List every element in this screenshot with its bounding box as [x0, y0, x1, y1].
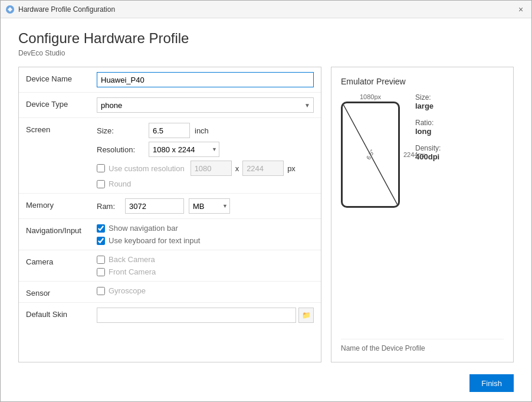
default-skin-row: Default Skin 📁 — [19, 303, 321, 328]
gyroscope-label: Gyroscope — [109, 286, 146, 295]
close-button[interactable]: × — [515, 4, 527, 15]
device-type-select-wrapper: phone tablet tv wearable ▼ — [97, 97, 314, 113]
px-label-top: 1080px — [360, 93, 381, 100]
use-keyboard-label: Use keyboard for text input — [109, 236, 200, 245]
phone-diagram: 1080px 6.5" 2244px — [341, 93, 400, 332]
show-nav-bar-row: Show navigation bar — [97, 224, 314, 233]
back-camera-label: Back Camera — [109, 255, 155, 264]
screen-row: Screen Size: inch Resolution: 1080 x 224… — [19, 118, 321, 194]
custom-resolution-row: Use custom resolution x px — [97, 161, 314, 176]
spec-ratio: Ratio: long — [415, 119, 441, 136]
custom-res-h-input[interactable] — [242, 161, 284, 176]
preview-body: 1080px 6.5" 2244px — [341, 93, 504, 332]
custom-resolution-label: Use custom resolution — [109, 164, 185, 173]
title-bar: Hardware Profile Configuration × — [1, 1, 531, 18]
page-title: Configure Hardware Profile — [18, 30, 514, 47]
spec-size-value: large — [415, 102, 441, 110]
device-type-control: phone tablet tv wearable ▼ — [97, 97, 314, 113]
preview-title: Emulator Preview — [341, 77, 504, 86]
device-name-control — [97, 72, 314, 87]
ram-label: Ram: — [97, 202, 120, 211]
memory-row: Memory Ram: MB GB ▼ — [19, 194, 321, 219]
preview-panel: Emulator Preview 1080px 6.5" 2244px — [331, 67, 514, 362]
use-keyboard-checkbox[interactable] — [97, 237, 105, 245]
phone-frame-wrapper: 6.5" 2244px — [341, 102, 400, 208]
main-content: Configure Hardware Profile DevEco Studio… — [1, 18, 531, 368]
default-skin-input[interactable] — [97, 308, 296, 323]
spec-size: Size: large — [415, 93, 441, 110]
screen-size-label: Size: — [97, 126, 144, 135]
finish-button[interactable]: Finish — [469, 374, 514, 392]
front-camera-row: Front Camera — [97, 267, 314, 276]
show-nav-bar-checkbox[interactable] — [97, 224, 105, 233]
custom-res-w-input[interactable] — [191, 161, 232, 176]
camera-row: Camera Back Camera Front Camera — [19, 250, 321, 282]
front-camera-label: Front Camera — [109, 267, 156, 276]
title-bar-text: Hardware Profile Configuration — [18, 5, 115, 14]
gyroscope-checkbox[interactable] — [97, 287, 105, 295]
sensor-row: Sensor Gyroscope — [19, 282, 321, 303]
device-type-label: Device Type — [26, 97, 97, 109]
ram-unit-wrapper: MB GB ▼ — [189, 198, 230, 214]
folder-button[interactable]: 📁 — [298, 308, 314, 323]
nav-control: Show navigation bar Use keyboard for tex… — [97, 224, 314, 245]
back-camera-checkbox[interactable] — [97, 256, 105, 264]
camera-control: Back Camera Front Camera — [97, 255, 314, 276]
preview-footer: Name of the Device Profile — [341, 339, 504, 352]
device-type-row: Device Type phone tablet tv wearable ▼ — [19, 93, 321, 118]
default-skin-label: Default Skin — [26, 308, 97, 319]
back-camera-row: Back Camera — [97, 255, 314, 264]
content-area: Device Name Device Type phone tablet tv — [18, 67, 514, 362]
screen-control: Size: inch Resolution: 1080 x 2244 1080 … — [97, 123, 314, 188]
preview-specs: Size: large Ratio: long Density: 400dpi — [415, 93, 441, 332]
screen-label: Screen — [26, 123, 97, 134]
device-name-input[interactable] — [97, 72, 314, 87]
resolution-select[interactable]: 1080 x 2244 1080 x 1920 720 x 1280 — [149, 142, 219, 157]
bottom-bar: Finish — [1, 368, 531, 401]
screen-size-input[interactable] — [149, 123, 190, 138]
nav-label: Navigation/Input — [26, 224, 97, 235]
screen-size-unit: inch — [195, 126, 209, 135]
skin-input-row: 📁 — [97, 308, 314, 323]
custom-res-x: x — [235, 164, 239, 173]
ram-input[interactable] — [125, 198, 184, 214]
use-keyboard-row: Use keyboard for text input — [97, 236, 314, 245]
device-name-label: Device Name — [26, 72, 97, 83]
front-camera-checkbox[interactable] — [97, 268, 105, 276]
form-panel: Device Name Device Type phone tablet tv — [18, 67, 321, 362]
ram-unit-select[interactable]: MB GB — [189, 198, 230, 214]
screen-resolution-row: Resolution: 1080 x 2244 1080 x 1920 720 … — [97, 142, 314, 157]
spec-ratio-key: Ratio: — [415, 119, 441, 127]
title-bar-left: Hardware Profile Configuration — [5, 5, 115, 14]
custom-resolution-checkbox[interactable] — [97, 164, 105, 172]
px-label-right: 2244px — [403, 151, 425, 158]
gyroscope-row: Gyroscope — [97, 286, 314, 295]
screen-size-row: Size: inch — [97, 123, 314, 138]
default-skin-control: 📁 — [97, 308, 314, 323]
page-subtitle: DevEco Studio — [18, 49, 514, 57]
sensor-label: Sensor — [26, 286, 97, 298]
sensor-control: Gyroscope — [97, 286, 314, 295]
phone-frame: 6.5" — [341, 102, 400, 208]
device-name-row: Device Name — [19, 67, 321, 93]
nav-row: Navigation/Input Show navigation bar Use… — [19, 219, 321, 250]
round-label: Round — [109, 179, 131, 188]
spec-size-key: Size: — [415, 93, 441, 102]
memory-control: Ram: MB GB ▼ — [97, 198, 314, 214]
memory-label: Memory — [26, 198, 97, 210]
show-nav-bar-label: Show navigation bar — [109, 224, 178, 233]
round-row: Round — [97, 179, 314, 188]
custom-res-unit: px — [287, 164, 295, 173]
device-type-select[interactable]: phone tablet tv wearable — [97, 97, 314, 113]
ram-row: Ram: MB GB ▼ — [97, 198, 314, 214]
spec-ratio-value: long — [415, 127, 441, 136]
app-icon — [5, 5, 15, 14]
camera-label: Camera — [26, 255, 97, 266]
resolution-select-wrapper: 1080 x 2244 1080 x 1920 720 x 1280 ▼ — [149, 142, 219, 157]
screen-resolution-label: Resolution: — [97, 145, 144, 154]
main-window: Hardware Profile Configuration × Configu… — [0, 0, 532, 402]
round-checkbox[interactable] — [97, 180, 105, 188]
